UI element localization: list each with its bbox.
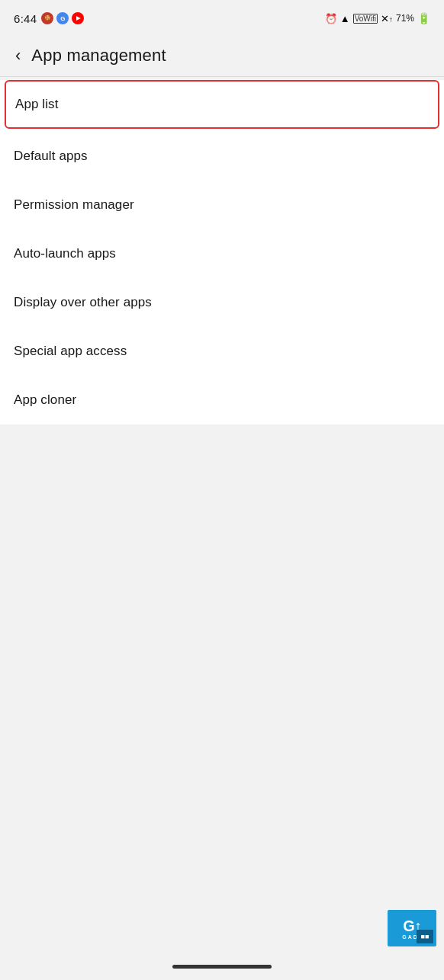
status-bar-left: 6:44 🍪 G ▶ (14, 12, 84, 25)
app-icon-3: ▶ (72, 12, 84, 24)
status-bar-right: ⏰ ▲ VoWifi ✕↑ 71% 🔋 (325, 12, 430, 24)
menu-item-display-over-other-apps[interactable]: Display over other apps (0, 278, 444, 327)
battery-percentage: 71% (396, 13, 414, 24)
status-time: 6:44 (14, 12, 37, 25)
page-title: App management (31, 46, 166, 66)
menu-item-default-apps[interactable]: Default apps (0, 132, 444, 181)
wifi-icon: ▲ (340, 13, 350, 24)
menu-item-special-app-access[interactable]: Special app access (0, 327, 444, 376)
signal-icon: ✕↑ (381, 13, 393, 24)
app-icon-1: 🍪 (41, 12, 53, 24)
menu-item-auto-launch-apps[interactable]: Auto-launch apps (0, 229, 444, 278)
nav-bar (0, 953, 444, 980)
app-icon-2: G (56, 12, 69, 24)
vowifi-icon: VoWifi (353, 14, 378, 24)
menu-item-app-cloner[interactable]: App cloner (0, 376, 444, 424)
nav-pill (172, 965, 272, 969)
battery-icon: 🔋 (417, 12, 430, 24)
menu-item-app-list[interactable]: App list (5, 80, 439, 129)
header-divider (0, 76, 444, 77)
watermark: G↑ GADI ■■ (388, 910, 436, 946)
menu-list: App list Default apps Permission manager… (0, 80, 444, 424)
status-bar: 6:44 🍪 G ▶ ⏰ ▲ VoWifi ✕↑ 71% 🔋 (0, 0, 444, 34)
menu-item-permission-manager[interactable]: Permission manager (0, 181, 444, 229)
app-management-header: ‹ App management (0, 34, 444, 76)
alarm-icon: ⏰ (325, 13, 337, 24)
back-button[interactable]: ‹ (12, 44, 24, 67)
status-icons-left: 🍪 G ▶ (41, 12, 84, 24)
